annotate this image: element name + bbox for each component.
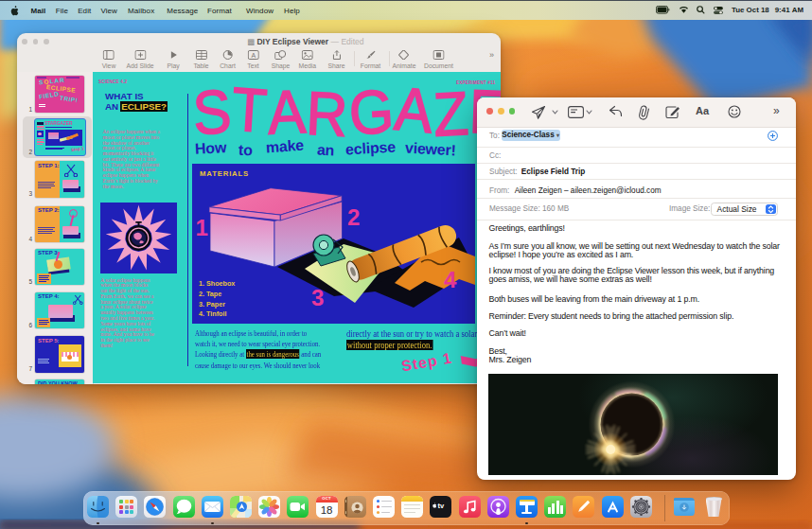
svg-text:4: 4 (444, 267, 457, 292)
svg-text:tv: tv (438, 502, 445, 510)
svg-text:1: 1 (196, 215, 208, 240)
svg-text:2: 2 (347, 204, 360, 230)
svg-text:A: A (251, 52, 256, 59)
svg-text:3: 3 (311, 285, 324, 310)
